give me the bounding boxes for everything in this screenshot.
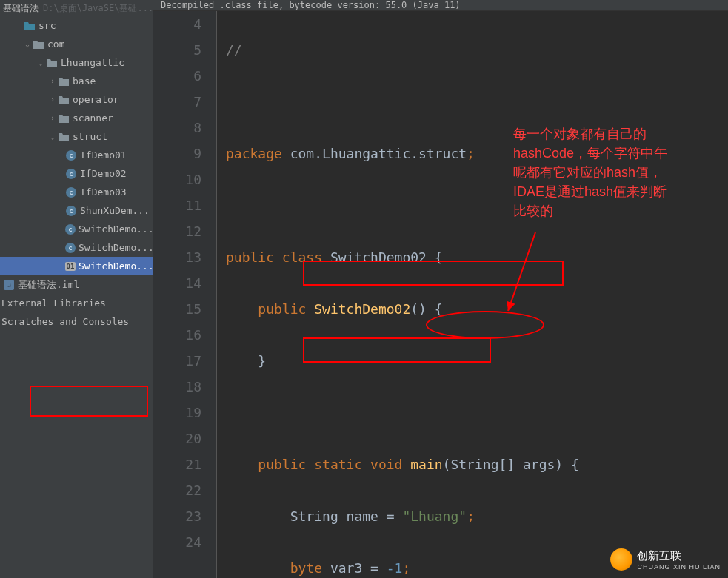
iml-icon: ⬚ [3,279,15,291]
line-number: 18 [153,374,201,400]
tree-label: ShunXuDem... [80,205,150,216]
chevron-down-icon: ⌄ [36,58,46,67]
code-text: } [226,353,266,369]
tree-file-shunxu[interactable]: c ShunXuDem... [0,201,153,220]
tree-label: External Libraries [1,298,106,309]
line-number: 8 [153,115,201,141]
notice-text: Decompiled .class file, bytecode version… [161,0,461,10]
line-number: 11 [153,192,201,218]
tree-src[interactable]: src [0,16,153,35]
tree-label: SwitchDemo... [79,224,153,235]
class-icon: c [65,168,77,180]
line-number: 22 [153,477,201,503]
tree-file-switch1[interactable]: c SwitchDemo... [0,220,153,238]
tree-label: SwitchDemo... [79,261,153,272]
folder-icon [33,38,44,50]
line-number: 23 [153,503,201,529]
watermark: 创新互联 CHUANG XIN HU LIAN [610,548,721,571]
class-icon: c [65,242,76,254]
tree-com[interactable]: ⌄ com [0,35,153,53]
line-number: 9 [153,141,201,167]
tree-struct[interactable]: ⌄ struct [0,127,153,146]
tree-file-switch2[interactable]: c SwitchDemo... [0,238,153,257]
code-editor[interactable]: 4 5 6 7 8 9 10 11 12 13 14 15 16 17 18 1… [153,11,728,578]
tree-file-switch-selected[interactable]: 01 SwitchDemo... [0,257,153,275]
kw: ; [467,146,475,161]
folder-icon [24,20,36,32]
class-icon: c [65,205,77,217]
string: "Lhuang" [402,508,467,524]
method: SwitchDemo02 [314,301,410,317]
tree-label: struct [73,131,107,142]
editor-main: Decompiled .class file, bytecode version… [153,0,728,578]
class-file-icon: 01 [65,261,76,272]
tree-base[interactable]: › base [0,72,153,90]
kw: public class [226,249,330,265]
tree-operator[interactable]: › operator [0,90,153,109]
code-text: SwitchDemo02 { [330,249,443,265]
tree-iml[interactable]: ⬚ 基础语法.iml [0,275,153,294]
tree-file-ifdemo01[interactable]: c IfDemo01 [0,146,153,164]
class-icon: c [65,149,77,161]
line-number: 7 [153,89,201,115]
tree-file-ifdemo03[interactable]: c IfDemo03 [0,183,153,201]
decompiled-notice: Decompiled .class file, bytecode version… [153,0,728,11]
kw: public [226,301,314,317]
line-number: 15 [153,296,201,322]
line-number: 4 [153,11,201,37]
kw: ; [402,560,410,576]
watermark-text: 创新互联 [637,549,681,562]
line-number: 13 [153,244,201,270]
kw: ; [467,508,475,524]
tree-file-ifdemo02[interactable]: c IfDemo02 [0,164,153,183]
code-text: (String[] args) { [443,457,579,472]
watermark-logo-icon [610,548,632,571]
line-number: 19 [153,400,201,426]
line-number: 14 [153,270,201,296]
tree-lhuangattic[interactable]: ⌄ Lhuangattic [0,53,153,72]
line-number: 17 [153,348,201,374]
number: -1 [387,560,403,576]
kw: byte [226,560,330,576]
project-tree[interactable]: src ⌄ com ⌄ Lhuangattic › base › operato… [0,16,153,578]
folder-icon [58,94,70,106]
code-text: com.Lhuangattic.struct [282,146,467,161]
line-number: 24 [153,529,201,555]
line-number: 21 [153,451,201,477]
tree-label: SwitchDemo... [79,242,153,253]
folder-icon [58,131,70,143]
line-number: 10 [153,167,201,192]
tree-label: 基础语法.iml [18,278,79,292]
code-text: String name = [226,508,402,524]
chevron-right-icon: › [47,95,58,104]
tree-label: IfDemo01 [80,149,127,161]
breadcrumb-path: D:\桌面\JavaSE\基础... [43,2,153,15]
line-number: 5 [153,37,201,63]
class-icon: c [65,186,77,198]
tree-label: Lhuangattic [61,57,124,68]
tree-label: base [73,75,96,87]
tree-external-libraries[interactable]: External Libraries [0,294,153,312]
folder-icon [58,75,70,87]
tree-label: scanner [73,112,113,124]
breadcrumb-project: 基础语法 [3,2,39,15]
line-number: 6 [153,63,201,89]
kw: public static void [226,457,410,472]
class-icon: c [65,224,76,235]
tree-scratches[interactable]: Scratches and Consoles [0,312,153,331]
code-comment: // [226,42,242,58]
breadcrumb: 基础语法 D:\桌面\JavaSE\基础... [0,0,153,16]
tree-label: IfDemo02 [80,168,127,179]
tree-label: Scratches and Consoles [1,316,129,327]
watermark-subtext: CHUANG XIN HU LIAN [637,563,721,571]
code-text: () { [410,301,442,317]
chevron-right-icon: › [47,114,58,122]
project-sidebar: 基础语法 D:\桌面\JavaSE\基础... src ⌄ com ⌄ Lhua… [0,0,153,578]
tree-label: operator [73,94,119,105]
method: main [410,457,442,472]
code-text: var3 = [330,560,387,576]
code-area[interactable]: // package com.Lhuangattic.struct; publi… [217,11,728,578]
chevron-down-icon: ⌄ [22,40,33,48]
folder-icon [46,57,58,69]
tree-scanner[interactable]: › scanner [0,109,153,127]
